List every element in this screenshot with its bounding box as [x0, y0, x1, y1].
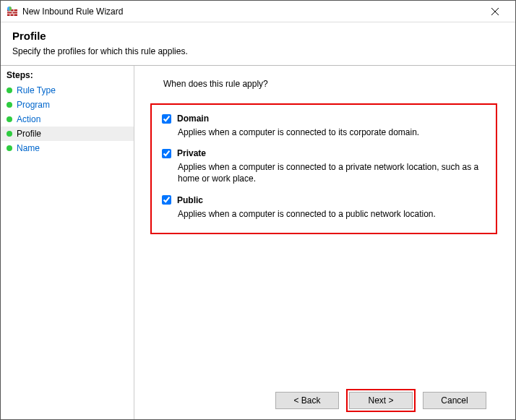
bullet-icon [7, 102, 12, 108]
wizard-body: Steps: Rule Type Program Action Profile … [1, 65, 515, 419]
content-prompt: When does this rule apply? [163, 79, 498, 89]
profile-option-domain: Domain Applies when a computer is connec… [162, 113, 486, 138]
titlebar: New Inbound Rule Wizard [1, 1, 515, 22]
next-button[interactable]: Next > [349, 392, 413, 409]
step-label: Action [17, 114, 40, 124]
bullet-icon [7, 116, 12, 122]
step-name[interactable]: Name [1, 141, 134, 155]
next-button-highlight: Next > [346, 389, 416, 412]
step-label: Profile [17, 129, 41, 139]
step-rule-type[interactable]: Rule Type [1, 83, 134, 98]
wizard-footer: < Back Next > Cancel [163, 382, 498, 419]
close-button[interactable] [481, 1, 509, 22]
profiles-highlight: Domain Applies when a computer is connec… [150, 103, 497, 234]
step-program[interactable]: Program [1, 98, 134, 112]
public-label: Public [177, 195, 203, 205]
bullet-icon [7, 131, 12, 137]
private-label: Private [177, 148, 206, 158]
step-label: Rule Type [17, 85, 56, 95]
steps-heading: Steps: [1, 70, 134, 83]
window-title: New Inbound Rule Wizard [22, 7, 481, 17]
domain-label: Domain [177, 113, 209, 124]
back-button[interactable]: < Back [275, 392, 339, 409]
content-panel: When does this rule apply? Domain Applie… [134, 66, 515, 419]
bullet-icon [7, 145, 12, 151]
public-desc: Applies when a computer is connected to … [178, 208, 486, 220]
wizard-header: Profile Specify the profiles for which t… [1, 22, 515, 65]
wizard-window: New Inbound Rule Wizard Profile Specify … [0, 0, 516, 420]
step-label: Program [17, 100, 50, 110]
step-profile[interactable]: Profile [1, 127, 134, 141]
steps-sidebar: Steps: Rule Type Program Action Profile … [1, 66, 134, 419]
profile-option-public: Public Applies when a computer is connec… [162, 195, 486, 220]
private-checkbox[interactable] [162, 149, 171, 158]
domain-checkbox[interactable] [162, 114, 171, 124]
profile-option-private: Private Applies when a computer is conne… [162, 148, 486, 184]
public-checkbox[interactable] [162, 195, 171, 205]
domain-desc: Applies when a computer is connected to … [178, 127, 486, 138]
bullet-icon [7, 87, 12, 93]
close-icon [491, 8, 499, 15]
private-desc: Applies when a computer is connected to … [178, 161, 486, 184]
step-action[interactable]: Action [1, 112, 134, 127]
page-title: Profile [12, 30, 504, 42]
cancel-button[interactable]: Cancel [423, 392, 486, 409]
firewall-icon [7, 6, 18, 17]
page-subtext: Specify the profiles for which this rule… [12, 46, 504, 56]
step-label: Name [17, 143, 40, 153]
